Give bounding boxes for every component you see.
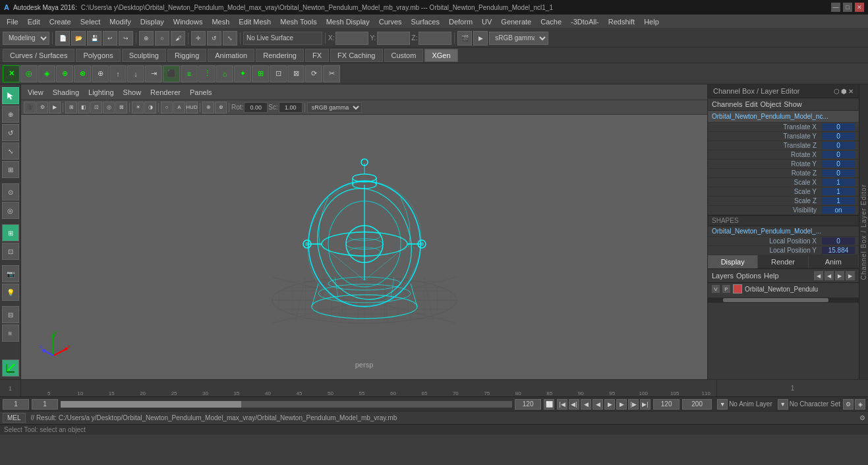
- channel-value-sx[interactable]: 1: [822, 179, 855, 186]
- menu-mesh-display[interactable]: Mesh Display: [322, 16, 374, 27]
- xgen-icon-btn-5[interactable]: ⊗: [74, 65, 91, 82]
- colorspace-select[interactable]: sRGB gamma: [307, 102, 362, 113]
- scale-input[interactable]: [279, 102, 303, 113]
- range-slider[interactable]: [61, 401, 512, 408]
- save-scene-button[interactable]: 💾: [87, 31, 101, 46]
- channel-scale-x[interactable]: Scale X 1: [708, 178, 859, 187]
- menu-mesh[interactable]: Mesh: [208, 16, 233, 27]
- rotate-tool-btn[interactable]: ↺: [2, 124, 19, 141]
- layers-nav-btn[interactable]: ◀: [825, 271, 834, 280]
- vp-menu-lighting[interactable]: Lighting: [86, 87, 117, 98]
- xgen-icon-btn-1[interactable]: ✕: [3, 65, 20, 82]
- colorspace-dropdown[interactable]: sRGB gamma: [489, 32, 548, 45]
- right-tab-display[interactable]: Display: [708, 255, 758, 268]
- hardware-render-button[interactable]: ▶: [473, 31, 488, 46]
- tab-xgen[interactable]: XGen: [424, 49, 457, 62]
- snap-grid-btn[interactable]: ⊞: [2, 224, 19, 241]
- menu-uv[interactable]: UV: [478, 16, 496, 27]
- menu-select[interactable]: Select: [76, 16, 105, 27]
- vp-menu-shading[interactable]: Shading: [50, 87, 82, 98]
- vp-menu-view[interactable]: View: [25, 87, 46, 98]
- rot-input[interactable]: [244, 102, 268, 113]
- go-to-start-btn[interactable]: |◀: [557, 399, 567, 410]
- soft-select-btn[interactable]: ◎: [2, 202, 19, 219]
- step-fwd-1-btn[interactable]: ▶: [604, 399, 615, 410]
- vp-menu-panels[interactable]: Panels: [187, 87, 215, 98]
- end-frame-input[interactable]: [515, 399, 541, 410]
- layers-menu-help[interactable]: Help: [764, 272, 779, 280]
- scale-tool-btn[interactable]: ⤡: [2, 142, 19, 160]
- xgen-icon-btn-9[interactable]: ⇥: [145, 65, 162, 82]
- menu-redshift[interactable]: Redshift: [604, 16, 639, 27]
- channel-value-sz[interactable]: 1: [822, 197, 855, 204]
- vp-xray-btn[interactable]: ○: [161, 102, 173, 113]
- menu-create[interactable]: Create: [45, 16, 75, 27]
- move-tool-btn[interactable]: ⊕: [2, 106, 19, 123]
- layer-playback-toggle[interactable]: P: [722, 285, 730, 293]
- vp-tex-btn[interactable]: ⊠: [115, 102, 127, 113]
- show-manipulator-btn[interactable]: ⊞: [2, 161, 19, 178]
- viewport[interactable]: View Shading Lighting Show Renderer Pane…: [21, 84, 707, 379]
- xgen-icon-btn-10[interactable]: ⬛: [163, 65, 180, 82]
- vp-shade-btn[interactable]: ◧: [78, 102, 90, 113]
- layer-scrollbar-thumb[interactable]: [723, 298, 828, 302]
- channel-value-ry[interactable]: 0: [822, 160, 855, 168]
- vp-grid-btn[interactable]: ⊞: [65, 102, 77, 113]
- char-set-dropdown-btn[interactable]: ▼: [778, 399, 788, 410]
- channel-value-vis[interactable]: on: [822, 206, 855, 214]
- layers-menu-options[interactable]: Options: [736, 272, 761, 280]
- tab-fx-caching[interactable]: FX Caching: [330, 49, 382, 62]
- step-fwd-btn[interactable]: |▶: [628, 399, 639, 410]
- channel-rotate-x[interactable]: Rotate X 0: [708, 150, 859, 160]
- play-back-btn[interactable]: ◀: [581, 399, 591, 410]
- render-button[interactable]: 🎬: [457, 31, 472, 46]
- vp-aa-btn[interactable]: A: [173, 102, 185, 113]
- channel-scale-z[interactable]: Scale Z 1: [708, 197, 859, 206]
- layer-color-swatch[interactable]: [733, 284, 742, 294]
- open-scene-button[interactable]: 📂: [71, 31, 86, 46]
- menu-generate[interactable]: Generate: [497, 16, 535, 27]
- tab-fx[interactable]: FX: [305, 49, 329, 62]
- workspace-dropdown[interactable]: Modeling: [3, 32, 49, 45]
- xgen-icon-btn-6[interactable]: ⊕: [92, 65, 109, 82]
- xgen-icon-btn-4[interactable]: ⊕: [56, 65, 73, 82]
- xgen-icon-btn-16[interactable]: ⊡: [270, 65, 287, 82]
- xgen-icon-btn-8[interactable]: ↓: [127, 65, 144, 82]
- move-button[interactable]: ✛: [191, 31, 206, 46]
- menu-file[interactable]: File: [3, 16, 22, 27]
- tab-animation[interactable]: Animation: [208, 49, 254, 62]
- menu-curves[interactable]: Curves: [375, 16, 406, 27]
- start-frame-2-input[interactable]: [32, 399, 58, 410]
- timeline-char-btn[interactable]: ◈: [855, 399, 865, 410]
- xgen-icon-btn-18[interactable]: ⟳: [305, 65, 322, 82]
- layers-add-btn[interactable]: ◀: [814, 271, 823, 280]
- cb-menu-object[interactable]: Object: [760, 100, 781, 108]
- cb-close-btn[interactable]: ✕: [848, 88, 854, 95]
- tab-polygons[interactable]: Polygons: [76, 49, 120, 62]
- menu-help[interactable]: Help: [640, 16, 663, 27]
- vp-film-btn[interactable]: ▶: [49, 102, 61, 113]
- attr-btn[interactable]: ≡: [2, 325, 19, 342]
- vp-menu-renderer[interactable]: Renderer: [148, 87, 183, 98]
- select-tool-btn[interactable]: [2, 87, 19, 104]
- channel-value-rx[interactable]: 0: [822, 151, 855, 158]
- camera-btn[interactable]: 📷: [2, 265, 19, 282]
- tab-rigging[interactable]: Rigging: [167, 49, 206, 62]
- layer-btn[interactable]: ⊟: [2, 306, 19, 323]
- xgen-icon-btn-11[interactable]: ≡: [181, 65, 198, 82]
- go-to-end-btn[interactable]: ▶|: [640, 399, 651, 410]
- new-scene-button[interactable]: 📄: [55, 31, 70, 46]
- tab-sculpting[interactable]: Sculpting: [122, 49, 166, 62]
- snap-curve-btn[interactable]: ⊡: [2, 243, 19, 260]
- xgen-icon-btn-12[interactable]: ⋮: [198, 65, 216, 82]
- tab-custom[interactable]: Custom: [384, 49, 424, 62]
- cb-menu-channels[interactable]: Channels: [712, 100, 742, 108]
- layer-scrollbar[interactable]: [708, 297, 859, 303]
- start-frame-input[interactable]: [3, 399, 29, 410]
- timeline-ruler[interactable]: 5 10 15 20 25 30 35 40 45 50 55 60 65 70…: [21, 380, 716, 396]
- menu-cache[interactable]: Cache: [536, 16, 565, 27]
- channel-value-lpy[interactable]: 15.884: [822, 247, 855, 254]
- vp-hud-btn[interactable]: HUD: [186, 102, 198, 113]
- channel-rotate-y[interactable]: Rotate Y 0: [708, 160, 859, 169]
- xgen-icon-btn-19[interactable]: ✂: [323, 65, 340, 82]
